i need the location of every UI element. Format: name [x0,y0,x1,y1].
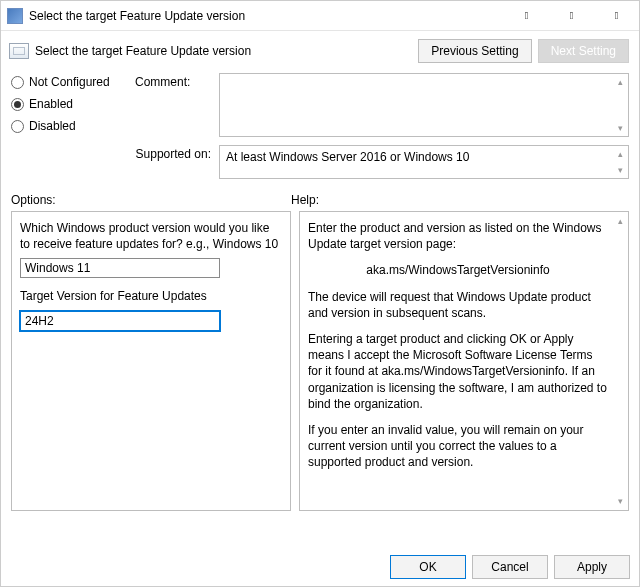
radio-icon [11,76,24,89]
previous-setting-button[interactable]: Previous Setting [418,39,531,63]
app-icon [7,8,23,24]
config-area: Not Configured Enabled Disabled Comment:… [1,65,639,181]
product-version-label: Which Windows product version would you … [20,220,282,252]
supported-on-value: At least Windows Server 2016 or Windows … [226,150,469,164]
target-version-label: Target Version for Feature Updates [20,288,282,304]
help-text: If you enter an invalid value, you will … [308,422,608,471]
title-bar: Select the target Feature Update version… [1,1,639,31]
apply-button[interactable]: Apply [554,555,630,579]
help-pane: Enter the product and version as listed … [299,211,629,511]
chevron-down-icon[interactable]: ▾ [613,494,627,508]
window-title: Select the target Feature Update version [29,9,504,23]
radio-label: Not Configured [29,75,110,89]
radio-enabled[interactable]: Enabled [11,97,131,111]
dialog-buttons: OK Cancel Apply [390,555,630,579]
chevron-up-icon[interactable]: ▴ [613,214,627,228]
header: Select the target Feature Update version… [1,31,639,65]
radio-disabled[interactable]: Disabled [11,119,131,133]
policy-title: Select the target Feature Update version [35,44,412,58]
comment-input[interactable]: ▴ ▾ [219,73,629,137]
help-text: The device will request that Windows Upd… [308,289,608,321]
radio-icon [11,120,24,133]
radio-not-configured[interactable]: Not Configured [11,75,131,89]
chevron-down-icon[interactable]: ▾ [613,121,627,135]
target-version-input[interactable] [20,311,220,331]
section-labels: Options: Help: [1,181,639,211]
radio-icon [11,98,24,111]
chevron-up-icon[interactable]: ▴ [613,147,627,161]
next-setting-button[interactable]: Next Setting [538,39,629,63]
options-pane: Which Windows product version would you … [11,211,291,511]
state-radio-group: Not Configured Enabled Disabled [11,73,131,141]
help-text: Enter the product and version as listed … [308,220,608,252]
close-button[interactable]:  [594,1,639,31]
help-label: Help: [291,193,629,207]
chevron-down-icon[interactable]: ▾ [613,163,627,177]
minimize-button[interactable]:  [504,1,549,31]
radio-label: Enabled [29,97,73,111]
help-link: aka.ms/WindowsTargetVersioninfo [308,262,608,278]
radio-label: Disabled [29,119,76,133]
supported-on-field: At least Windows Server 2016 or Windows … [219,145,629,179]
comment-label: Comment: [135,73,215,89]
ok-button[interactable]: OK [390,555,466,579]
policy-icon [9,43,29,59]
chevron-up-icon[interactable]: ▴ [613,75,627,89]
supported-on-label: Supported on: [135,141,215,161]
options-label: Options: [11,193,291,207]
help-text: Entering a target product and clicking O… [308,331,608,412]
product-version-input[interactable] [20,258,220,278]
cancel-button[interactable]: Cancel [472,555,548,579]
panes: Which Windows product version would you … [1,211,639,511]
maximize-button[interactable]:  [549,1,594,31]
